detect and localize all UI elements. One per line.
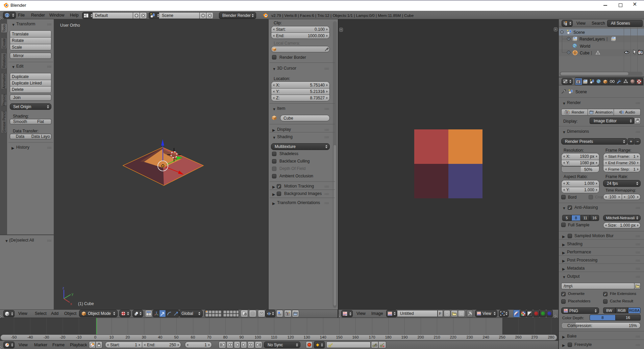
svg-text:y: y: [72, 292, 73, 296]
svg-text:x: x: [70, 302, 72, 306]
svg-text:z: z: [63, 286, 64, 290]
